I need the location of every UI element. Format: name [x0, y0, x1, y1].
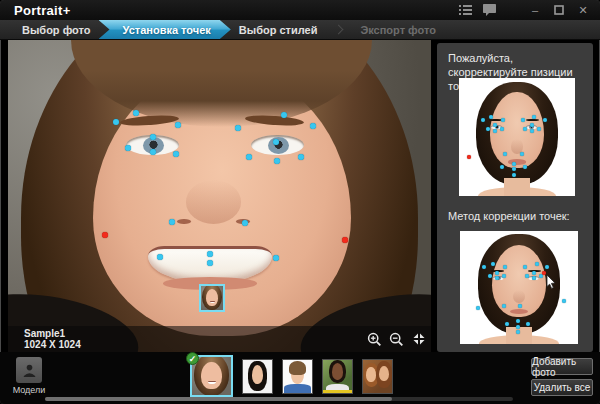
wizard-tab-bar: Выбор фото Установка точек Выбор стилей … [0, 20, 600, 40]
tab-style-select[interactable]: Выбор стилей [225, 20, 332, 39]
close-button[interactable]: ✕ [576, 4, 590, 16]
landmark-point-cyan[interactable] [518, 304, 522, 308]
sample-face [490, 92, 543, 168]
landmark-point-cyan[interactable] [476, 306, 480, 310]
title-bar: Portrait+ – ✕ [0, 0, 600, 20]
landmark-point-cyan[interactable] [502, 274, 506, 278]
landmark-point-cyan[interactable] [516, 325, 520, 329]
landmark-point-cyan[interactable] [242, 220, 248, 226]
app-window: Portrait+ – ✕ Выбор фото Установка точек… [0, 0, 600, 404]
thumbnail-strip [190, 354, 393, 397]
file-info: Sample1 1024 X 1024 [8, 328, 81, 351]
landmark-point-cyan[interactable] [175, 122, 181, 128]
sample-neck [504, 178, 530, 196]
file-name: Sample1 [24, 328, 81, 340]
landmark-point-cyan[interactable] [482, 265, 486, 269]
landmark-point-cyan[interactable] [488, 274, 492, 278]
landmark-point-cyan[interactable] [173, 151, 179, 157]
landmark-point-cyan[interactable] [512, 173, 516, 177]
landmark-point-cyan[interactable] [495, 271, 499, 275]
landmark-point-cyan[interactable] [505, 322, 509, 326]
tab-set-points[interactable]: Установка точек [99, 20, 231, 39]
zoom-in-icon[interactable] [367, 332, 382, 347]
photo-nose [186, 180, 241, 224]
selected-check-icon: ✓ [186, 352, 199, 365]
landmark-point-cyan[interactable] [537, 127, 541, 131]
landmark-point-red[interactable] [467, 155, 471, 159]
landmark-point-cyan[interactable] [491, 262, 495, 266]
add-photo-button[interactable]: Добавить фото [531, 358, 593, 375]
landmark-point-cyan[interactable] [503, 265, 507, 269]
feedback-bubble-icon[interactable] [482, 4, 496, 16]
task-list-icon[interactable] [458, 4, 472, 16]
landmark-point-cyan[interactable] [523, 165, 527, 169]
landmark-point-cyan[interactable] [486, 127, 490, 131]
landmark-point-cyan[interactable] [281, 112, 287, 118]
models-label: Модели [9, 385, 49, 395]
tab-export-photo: Экспорт фото [346, 20, 450, 39]
viewer-status-band: Sample1 1024 X 1024 [8, 326, 431, 352]
thumbnail-two-girls[interactable] [362, 359, 393, 394]
landmark-point-cyan[interactable] [523, 127, 527, 131]
instruction-panel: Пожалуйста, скорректируйте пизиции точек… [437, 43, 593, 352]
app-title: Portrait+ [0, 3, 71, 18]
scrollbar-thumb[interactable] [45, 397, 392, 401]
person-icon [16, 357, 42, 383]
mouse-cursor-icon [546, 275, 556, 293]
landmark-point-red[interactable] [102, 232, 108, 238]
landmark-point-cyan[interactable] [535, 262, 539, 266]
landmark-point-cyan[interactable] [502, 304, 506, 308]
tab-photo-select[interactable]: Выбор фото [8, 20, 105, 39]
selected-photo-preview [199, 284, 225, 312]
chevron-right-icon [334, 25, 344, 35]
fit-to-screen-icon[interactable] [411, 332, 426, 347]
landmark-point-cyan[interactable] [520, 152, 524, 156]
landmark-point-cyan[interactable] [562, 299, 566, 303]
landmark-point-cyan[interactable] [500, 165, 504, 169]
thumbnail-young-man[interactable] [282, 359, 313, 394]
minimize-button[interactable]: – [528, 4, 542, 16]
bottom-bar: Модели ✓ Добавить фото Удалить все [0, 352, 600, 404]
sample-method-image[interactable] [460, 231, 578, 344]
sample-points-image[interactable] [459, 78, 575, 196]
instruction-correction-method: Метод коррекции точек: [448, 210, 586, 224]
thumbnail-girl-outdoor[interactable] [322, 359, 353, 394]
file-resolution: 1024 X 1024 [24, 339, 81, 351]
landmark-point-cyan[interactable] [157, 254, 163, 260]
delete-all-button[interactable]: Удалить все [531, 379, 593, 396]
zoom-out-icon[interactable] [389, 332, 404, 347]
models-button[interactable]: Модели [9, 357, 49, 395]
landmark-point-cyan[interactable] [169, 219, 175, 225]
thumbnail-scrollbar[interactable] [45, 397, 513, 401]
thumbnail-asian-woman[interactable] [242, 359, 273, 394]
landmark-point-cyan[interactable] [516, 330, 520, 334]
landmark-point-cyan[interactable] [500, 127, 504, 131]
landmark-point-cyan[interactable] [512, 167, 516, 171]
maximize-button[interactable] [552, 4, 566, 16]
landmark-point-cyan[interactable] [503, 152, 507, 156]
landmark-point-cyan[interactable] [113, 119, 119, 125]
landmark-point-cyan[interactable] [512, 162, 516, 166]
